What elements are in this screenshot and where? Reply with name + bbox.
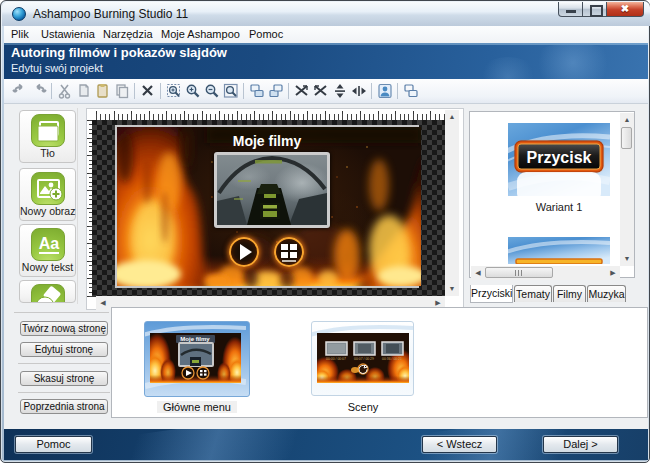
svg-text:Aa: Aa xyxy=(38,235,59,252)
svg-text:00:00 / 00:07: 00:00 / 00:07 xyxy=(326,357,346,361)
svg-text:00:36 / 00:21: 00:36 / 00:21 xyxy=(382,357,402,361)
svg-text:Moje filmy: Moje filmy xyxy=(180,336,210,342)
svg-text:Przycisk: Przycisk xyxy=(527,149,592,166)
svg-text:00:07 / 00:29: 00:07 / 00:29 xyxy=(354,357,374,361)
